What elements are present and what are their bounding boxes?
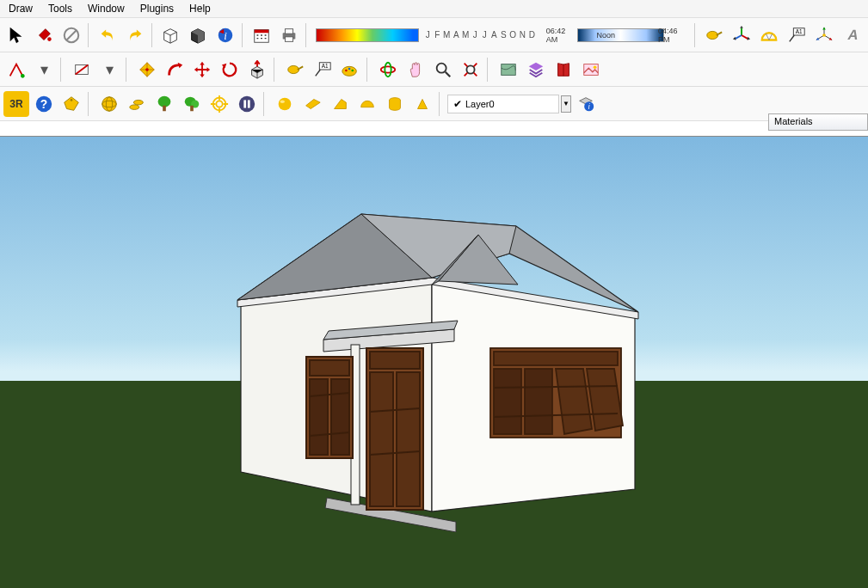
crosshair-icon[interactable] xyxy=(206,91,232,117)
3d-axes-icon[interactable] xyxy=(811,22,837,48)
undo-icon[interactable] xyxy=(95,22,120,48)
time-noon: Noon xyxy=(597,31,616,40)
svg-point-41 xyxy=(133,100,143,105)
layer-check-icon: ✔ xyxy=(453,98,462,110)
tape-tool-icon[interactable] xyxy=(701,22,727,48)
menu-plugins[interactable]: Plugins xyxy=(140,3,174,15)
globe-icon[interactable] xyxy=(96,91,122,117)
layer-info-icon[interactable]: i xyxy=(573,91,599,117)
printer-icon[interactable] xyxy=(276,22,302,48)
svg-rect-43 xyxy=(163,105,166,110)
help-icon[interactable]: ? xyxy=(31,91,57,117)
svg-point-0 xyxy=(47,37,52,41)
svg-rect-6 xyxy=(255,29,269,33)
svg-point-36 xyxy=(71,99,73,101)
dome-icon[interactable] xyxy=(354,91,380,117)
tag-icon[interactable] xyxy=(58,91,84,117)
layer-name: Layer0 xyxy=(465,99,495,109)
svg-point-53 xyxy=(280,100,286,103)
svg-rect-77 xyxy=(370,372,393,506)
face-style1-icon[interactable] xyxy=(157,22,183,48)
time-slider[interactable]: 06:42 AM Noon 04:46 PM xyxy=(546,27,686,44)
brush-arc-icon[interactable] xyxy=(162,57,188,83)
svg-text:A1: A1 xyxy=(796,28,803,34)
svg-point-19 xyxy=(145,68,149,71)
info-icon[interactable]: i xyxy=(212,22,238,48)
zoom-icon[interactable] xyxy=(430,57,456,83)
push-pull-icon[interactable] xyxy=(244,57,270,83)
layer-selector[interactable]: ✔ Layer0 xyxy=(447,95,559,113)
wedge-icon[interactable] xyxy=(327,91,353,117)
map-icon[interactable] xyxy=(496,57,521,83)
model-viewport[interactable] xyxy=(0,136,868,588)
coins-icon[interactable] xyxy=(124,91,150,117)
paint-bucket-icon[interactable] xyxy=(31,22,57,48)
sphere-icon[interactable] xyxy=(272,91,298,117)
prism-icon[interactable] xyxy=(409,91,435,117)
svg-point-26 xyxy=(351,69,354,71)
triangle-icon[interactable] xyxy=(3,57,29,83)
plane-icon[interactable] xyxy=(299,91,325,117)
dim-text-icon[interactable]: A1 xyxy=(310,57,336,83)
menu-tools[interactable]: Tools xyxy=(48,3,72,15)
calendar-icon[interactable] xyxy=(249,22,274,48)
move-icon[interactable] xyxy=(189,57,215,83)
menu-bar: Draw Tools Window Plugins Help xyxy=(0,0,868,18)
svg-point-42 xyxy=(158,95,171,107)
text-label-icon[interactable]: A1 xyxy=(784,22,810,48)
face-style2-icon[interactable] xyxy=(185,22,211,48)
tree1-icon[interactable] xyxy=(151,91,177,117)
dropdown-arrow2-icon[interactable]: ▾ xyxy=(96,57,122,83)
redo-icon[interactable] xyxy=(122,22,148,48)
svg-rect-9 xyxy=(285,28,292,34)
book-icon[interactable] xyxy=(551,57,576,83)
cancel-icon[interactable] xyxy=(58,22,84,48)
tree2-icon[interactable] xyxy=(179,91,205,117)
svg-rect-10 xyxy=(285,36,292,41)
pause-icon[interactable] xyxy=(234,91,260,117)
house-model xyxy=(232,171,645,532)
paint2-icon[interactable] xyxy=(337,57,363,83)
svg-point-48 xyxy=(216,101,222,107)
svg-rect-51 xyxy=(248,100,250,107)
layer-dropdown-icon[interactable]: ▼ xyxy=(561,95,571,113)
protractor-icon[interactable] xyxy=(756,22,782,48)
menu-draw[interactable]: Draw xyxy=(9,3,33,15)
svg-rect-83 xyxy=(494,369,521,434)
svg-point-49 xyxy=(239,95,255,111)
svg-rect-71 xyxy=(310,379,328,455)
rect-diag-icon[interactable] xyxy=(69,57,95,83)
svg-point-30 xyxy=(466,65,474,73)
tape2-icon[interactable] xyxy=(282,57,308,83)
month-gradient[interactable]: JFMAMJJASOND xyxy=(312,28,539,42)
svg-rect-72 xyxy=(331,379,349,455)
svg-text:?: ? xyxy=(40,97,47,110)
diamond-icon[interactable] xyxy=(134,57,160,83)
svg-point-27 xyxy=(381,66,396,72)
svg-text:A1: A1 xyxy=(322,63,329,69)
toolbar-row-3: 3R ? ✔ Layer0 ▼ i xyxy=(0,87,868,121)
svg-rect-78 xyxy=(397,372,420,506)
materials-panel-title[interactable]: Materials xyxy=(768,113,868,131)
br-badge-icon[interactable]: 3R xyxy=(3,91,29,117)
layers-icon[interactable] xyxy=(523,57,549,83)
toolbar-row-2: ▾ ▾ A1 xyxy=(0,52,868,87)
pan-hand-icon[interactable] xyxy=(403,57,428,83)
text-3d-icon[interactable]: A xyxy=(839,22,865,48)
select-arrow-icon[interactable] xyxy=(3,22,29,48)
orbit-icon[interactable] xyxy=(375,57,401,83)
menu-help[interactable]: Help xyxy=(189,3,211,15)
zoom-extents-icon[interactable] xyxy=(458,57,483,83)
dropdown-arrow-icon[interactable]: ▾ xyxy=(31,57,57,83)
menu-window[interactable]: Window xyxy=(88,3,125,15)
toolbar-row-1: i JFMAMJJASOND 06:42 AM Noon 04:46 PM A1… xyxy=(0,18,868,52)
axes-tool-icon[interactable] xyxy=(729,22,754,48)
rotate-icon[interactable] xyxy=(217,57,243,83)
svg-line-2 xyxy=(67,30,77,40)
svg-text:i: i xyxy=(225,29,228,41)
svg-point-29 xyxy=(437,63,446,72)
picture-icon[interactable] xyxy=(578,57,604,83)
svg-point-25 xyxy=(348,67,351,70)
cylinder-icon[interactable] xyxy=(382,91,408,117)
time-end: 04:46 PM xyxy=(658,27,686,44)
